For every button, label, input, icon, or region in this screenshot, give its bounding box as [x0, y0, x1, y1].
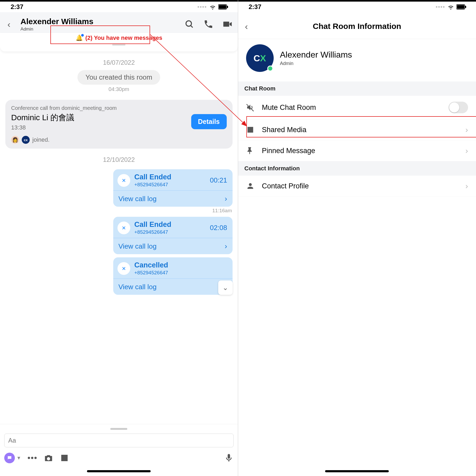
person-icon	[246, 182, 255, 190]
contact-profile-row[interactable]: Contact Profile ›	[238, 176, 476, 197]
bell-icon: 🔔	[76, 34, 83, 41]
call-arrow-icon	[117, 222, 130, 234]
conference-title: Dominic Li 的會議	[11, 112, 74, 123]
media-icon	[246, 126, 255, 134]
more-options-button[interactable]: •••	[28, 453, 38, 462]
date-separator-2: 12/10/2022	[0, 149, 238, 166]
info-header: ‹ Chat Room Information	[238, 12, 476, 39]
send-caret-icon[interactable]: ▼	[16, 455, 21, 461]
search-icon[interactable]	[184, 19, 194, 29]
gallery-icon[interactable]	[60, 453, 69, 463]
media-label: Shared Media	[262, 126, 307, 134]
status-bar: 2:37 ••••	[0, 2, 238, 12]
call-number: +85294526647	[134, 270, 168, 276]
chevron-right-icon: ›	[465, 181, 468, 191]
mute-label: Mute Chat Room	[262, 103, 316, 112]
room-title-area[interactable]: Alexender Williams Admin	[18, 15, 178, 33]
chevron-right-icon: ›	[225, 194, 227, 203]
composer: ▼ •••	[0, 424, 238, 468]
pinned-message-row[interactable]: Pinned Message ›	[238, 140, 476, 161]
battery-icon	[218, 4, 228, 10]
composer-handle[interactable]	[110, 428, 127, 430]
wifi-icon	[447, 3, 454, 10]
pinned-label: Pinned Message	[262, 147, 315, 155]
back-button[interactable]: ‹	[245, 21, 248, 32]
avatar-user: 👩	[11, 136, 19, 144]
room-created-pill: You created this room	[77, 70, 160, 85]
view-call-log-button[interactable]: View call log ›	[113, 278, 233, 295]
svg-rect-7	[465, 6, 466, 8]
contact-role: Admin	[280, 61, 352, 66]
chat-screen: 2:37 •••• ‹ Alexender Williams Admin 🔔 (…	[0, 0, 238, 476]
battery-icon	[456, 4, 466, 10]
pin-icon	[246, 146, 255, 155]
message-input[interactable]	[4, 434, 234, 447]
call-arrow-icon	[117, 262, 130, 275]
scroll-down-button[interactable]: ⌄	[218, 280, 233, 295]
status-time: 2:37	[249, 3, 261, 11]
joined-text: joined.	[32, 136, 50, 143]
room-role: Admin	[20, 27, 176, 32]
cellular-dots-icon: ••••	[436, 4, 445, 10]
call-arrow-icon	[117, 174, 130, 187]
section-contact-info: Contact Information	[238, 161, 476, 176]
mic-icon[interactable]	[224, 453, 234, 463]
new-messages-banner[interactable]: 🔔 (2) You have new messages	[0, 33, 238, 51]
home-indicator[interactable]	[325, 470, 389, 472]
phone-icon[interactable]	[203, 19, 213, 29]
call-title: Call Ended	[134, 220, 172, 229]
call-bubble[interactable]: Call Ended +85294526647 00:21 View call …	[113, 169, 233, 207]
mute-icon	[246, 103, 255, 112]
shared-media-row[interactable]: Shared Media ›	[238, 119, 476, 140]
mute-chat-row[interactable]: Mute Chat Room	[238, 96, 476, 119]
call-title: Call Ended	[134, 173, 172, 181]
room-info-screen: 2:37 •••• ‹ Chat Room Information CX Ale…	[238, 0, 476, 476]
pull-handle[interactable]	[112, 44, 125, 46]
send-button[interactable]	[4, 453, 15, 463]
call-number: +85294526647	[134, 229, 172, 235]
status-time: 2:37	[11, 3, 23, 11]
camera-icon[interactable]	[44, 453, 53, 463]
svg-rect-6	[457, 5, 464, 9]
profile-label: Contact Profile	[262, 182, 309, 190]
view-call-log-button[interactable]: View call log ›	[113, 190, 233, 207]
room-created-time: 04:30pm	[0, 86, 238, 92]
status-icons: ••••	[436, 3, 466, 10]
cellular-dots-icon: ••••	[197, 4, 207, 10]
call-title: Cancelled	[134, 261, 168, 269]
chevron-right-icon: ›	[465, 146, 468, 155]
back-button[interactable]: ‹	[5, 19, 12, 29]
view-call-log-button[interactable]: View call log ›	[113, 238, 233, 254]
video-icon[interactable]	[222, 19, 233, 29]
call-bubble[interactable]: Call Ended +85294526647 02:08 View call …	[113, 217, 233, 254]
room-name: Alexender Williams	[20, 17, 176, 26]
presence-dot-icon	[267, 66, 273, 71]
bubble-time: 11:16am	[0, 208, 232, 214]
mute-toggle[interactable]	[448, 102, 468, 113]
call-duration: 02:08	[210, 224, 227, 232]
date-separator: 16/07/2022	[0, 51, 238, 69]
chevron-right-icon: ›	[225, 242, 227, 250]
details-button[interactable]: Details	[191, 114, 227, 129]
call-duration: 00:21	[210, 176, 227, 184]
home-indicator[interactable]	[87, 470, 151, 472]
svg-line-4	[190, 25, 193, 28]
svg-rect-2	[227, 6, 228, 8]
avatar-cx-icon: cx	[22, 136, 30, 144]
contact-name: Alexender Williams	[280, 50, 352, 60]
avatar-cx-icon: CX	[246, 44, 274, 72]
conference-meta: Conference call from dominic_meeting_roo…	[11, 105, 227, 111]
section-chat-room: Chat Room	[238, 81, 476, 96]
banner-text: (2) You have new messages	[85, 34, 162, 41]
page-title: Chat Room Information	[313, 22, 401, 31]
contact-summary: CX Alexender Williams Admin	[238, 39, 476, 81]
call-number: +85294526647	[134, 182, 172, 188]
chevron-right-icon: ›	[465, 125, 468, 134]
svg-rect-1	[219, 5, 226, 9]
call-bubble[interactable]: Cancelled +85294526647 View call log ›	[113, 257, 233, 295]
status-icons: ••••	[197, 3, 228, 10]
chat-header: ‹ Alexender Williams Admin	[0, 12, 238, 33]
wifi-icon	[209, 3, 216, 10]
conference-time: 13:38	[11, 124, 74, 131]
conference-card[interactable]: Conference call from dominic_meeting_roo…	[5, 100, 233, 149]
